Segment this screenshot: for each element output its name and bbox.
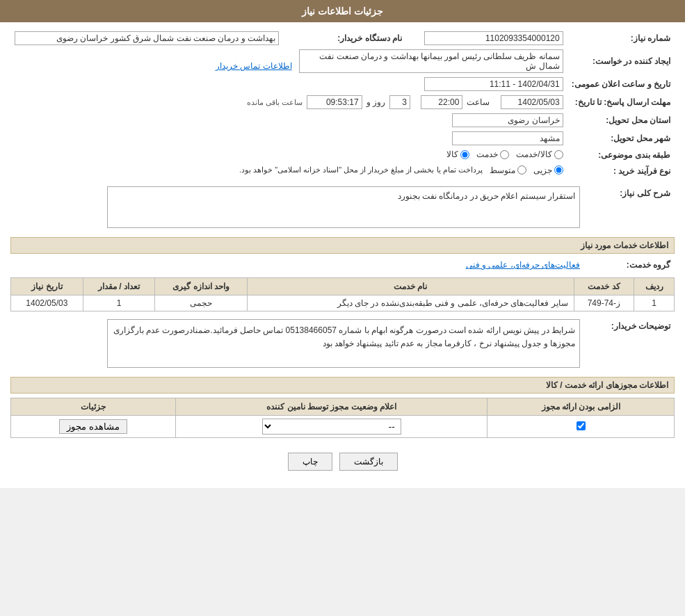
services-section-header: اطلاعات خدمات مورد نیاز (10, 237, 675, 254)
main-content: شماره نیاز: 1102093354000120 نام دستگاه … (0, 22, 685, 488)
reply-time-field: 22:00 (421, 95, 462, 109)
service-group-value: فعالیت‌های حرفه‌ای، علمی و فنی (10, 258, 584, 272)
print-button[interactable]: چاپ (288, 453, 332, 471)
category-label-kala-khedmat: کالا/خدمت (516, 149, 551, 159)
service-group-table: گروه خدمت: فعالیت‌های حرفه‌ای، علمی و فن… (10, 258, 675, 272)
permits-required-cell (487, 416, 675, 438)
purchase-label-medium: متوسط (490, 165, 515, 175)
view-permit-button[interactable]: مشاهده مجوز (59, 419, 127, 434)
cell-code: ز-74-749 (574, 295, 634, 311)
col-date: تاریخ نیاز (11, 278, 83, 295)
purchase-radio-medium[interactable] (517, 165, 526, 175)
page-header: جزئیات اطلاعات نیاز (0, 0, 685, 22)
page-container: جزئیات اطلاعات نیاز شماره نیاز: 11020933… (0, 0, 685, 488)
basic-info-table: شماره نیاز: 1102093354000120 نام دستگاه … (10, 29, 675, 179)
services-table-header-row: ردیف کد خدمت نام خدمت واحد اندازه گیری ت… (11, 278, 675, 295)
permits-status-select[interactable]: -- (262, 419, 401, 435)
category-label: طبقه بندی موضوعی: (567, 147, 675, 163)
buyer-org-label: نام دستگاه خریدار: (283, 29, 406, 47)
need-number-value: 1102093354000120 (420, 29, 567, 47)
purchase-option-medium: متوسط (490, 165, 526, 175)
category-label-kala: کالا (446, 149, 458, 159)
permits-col-details: جزئیات (11, 398, 176, 416)
province-label: استان محل تحویل: (567, 111, 675, 129)
reply-remaining-label: ساعت باقی مانده (247, 98, 303, 107)
cell-row: 1 (634, 295, 675, 311)
col-unit: واحد اندازه گیری (155, 278, 248, 295)
need-description-box: استقرار سیستم اعلام حریق در درمانگاه نفت… (107, 186, 580, 228)
col-code: کد خدمت (574, 278, 634, 295)
permits-status-cell: -- (176, 416, 487, 438)
permits-col-status: اعلام وضعیت مجوز توسط نامین کننده (176, 398, 487, 416)
city-field: مشهد (452, 131, 563, 145)
buyer-notes-value: شرایط در پیش نویس ارائه شده است درصورت ه… (10, 317, 584, 370)
purchase-type-row: پرداخت تمام یا بخشی از مبلغ خریدار از مح… (10, 163, 567, 179)
creator-field: سمانه ظریف سلطانی رئیس امور بیمانها بهدا… (299, 49, 563, 73)
datetime-label: تاریخ و ساعت اعلان عمومی: (567, 75, 675, 93)
reply-days-field: 3 (389, 95, 410, 109)
purchase-type-label: نوع فرآیند خرید : (567, 163, 675, 179)
category-option-khedmat: خدمت (476, 149, 509, 159)
reply-day-label: روز و (366, 97, 385, 107)
permits-required-checkbox[interactable] (577, 421, 586, 430)
cell-quantity: 1 (83, 295, 155, 311)
city-value: مشهد (420, 129, 567, 147)
category-radio-kala[interactable] (460, 150, 469, 159)
category-label-khedmat: خدمت (476, 149, 498, 159)
services-data-table: ردیف کد خدمت نام خدمت واحد اندازه گیری ت… (10, 277, 675, 311)
back-button[interactable]: بازگشت (339, 453, 398, 471)
service-group-label: گروه خدمت: (584, 258, 675, 272)
category-radio-kala-khedmat[interactable] (554, 150, 563, 159)
purchase-radio-small[interactable] (554, 165, 563, 175)
category-option-kala: کالا (446, 149, 469, 159)
page-title: جزئیات اطلاعات نیاز (302, 6, 383, 17)
reply-deadline-row: 1402/05/03 ساعت 22:00 3 روز و 09:53:17 س… (10, 93, 567, 111)
category-row: کالا/خدمت خدمت کالا (10, 147, 567, 163)
table-row: 1 ز-74-749 سایر فعالیت‌های حرفه‌ای، علمی… (11, 295, 675, 311)
description-table: شرح کلی نیاز: استقرار سیستم اعلام حریق د… (10, 184, 675, 230)
reply-remaining-field: 09:53:17 (307, 95, 362, 109)
province-field: خراسان رضوی (452, 113, 563, 127)
permits-details-cell: مشاهده مجوز (11, 416, 176, 438)
province-value: خراسان رضوی (420, 111, 567, 129)
col-row-num: ردیف (634, 278, 675, 295)
buyer-notes-table: توضیحات خریدار: شرایط در پیش نویس ارائه … (10, 317, 675, 370)
creator-label: ایجاد کننده در خواست: (567, 47, 675, 75)
purchase-note-text: پرداخت تمام یا بخشی از مبلغ خریدار از مح… (239, 165, 483, 175)
cell-date: 1402/05/03 (11, 295, 83, 311)
permits-header-row: الزامی بودن ارائه مجوز اعلام وضعیت مجوز … (11, 398, 675, 416)
permits-section-header: اطلاعات مجوزهای ارائه خدمت / کالا (10, 377, 675, 394)
purchase-option-small: جزیی (533, 165, 563, 175)
need-number-field: 1102093354000120 (424, 31, 563, 45)
cell-name: سایر فعالیت‌های حرفه‌ای، علمی و فنی طبقه… (248, 295, 574, 311)
category-radio-khedmat[interactable] (500, 150, 509, 159)
city-label: شهر محل تحویل: (567, 129, 675, 147)
col-quantity: تعداد / مقدار (83, 278, 155, 295)
category-option-kala-khedmat: کالا/خدمت (516, 149, 563, 159)
buyer-org-value: بهداشت و درمان صنعت نفت شمال شرق کشور خر… (10, 29, 283, 47)
cell-unit: حجمی (155, 295, 248, 311)
need-number-label: شماره نیاز: (567, 29, 675, 47)
creator-contact-link[interactable]: اطلاعات تماس خریدار (216, 61, 292, 71)
service-group-link[interactable]: فعالیت‌های حرفه‌ای، علمی و فنی (466, 260, 580, 270)
datetime-field: 1402/04/31 - 11:11 (424, 77, 563, 91)
buyer-org-field: بهداشت و درمان صنعت نفت شمال شرق کشور خر… (15, 31, 279, 45)
permits-data-table: الزامی بودن ارائه مجوز اعلام وضعیت مجوز … (10, 398, 675, 438)
need-desc-value: استقرار سیستم اعلام حریق در درمانگاه نفت… (10, 184, 584, 230)
creator-row: سمانه ظریف سلطانی رئیس امور بیمانها بهدا… (10, 47, 567, 75)
buyer-notes-box: شرایط در پیش نویس ارائه شده است درصورت ه… (107, 319, 580, 368)
permits-col-required: الزامی بودن ارائه مجوز (487, 398, 675, 416)
datetime-value: 1402/04/31 - 11:11 (420, 75, 567, 93)
buyer-notes-label: توضیحات خریدار: (584, 317, 675, 370)
bottom-buttons: بازگشت چاپ (10, 442, 675, 481)
reply-date-field: 1402/05/03 (501, 95, 563, 109)
reply-time-label: ساعت (467, 97, 490, 107)
col-name: نام خدمت (248, 278, 574, 295)
need-desc-label: شرح کلی نیاز: (584, 184, 675, 230)
reply-deadline-label: مهلت ارسال پاسخ: تا تاریخ: (567, 93, 675, 111)
permits-data-row: -- مشاهده مجوز (11, 416, 675, 438)
purchase-label-small: جزیی (533, 165, 552, 175)
